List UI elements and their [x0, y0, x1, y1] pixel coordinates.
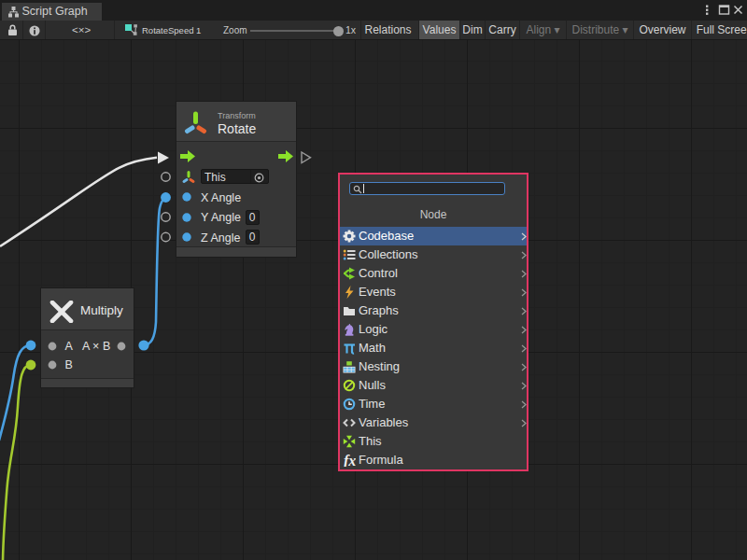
svg-text:fx: fx	[344, 454, 356, 467]
